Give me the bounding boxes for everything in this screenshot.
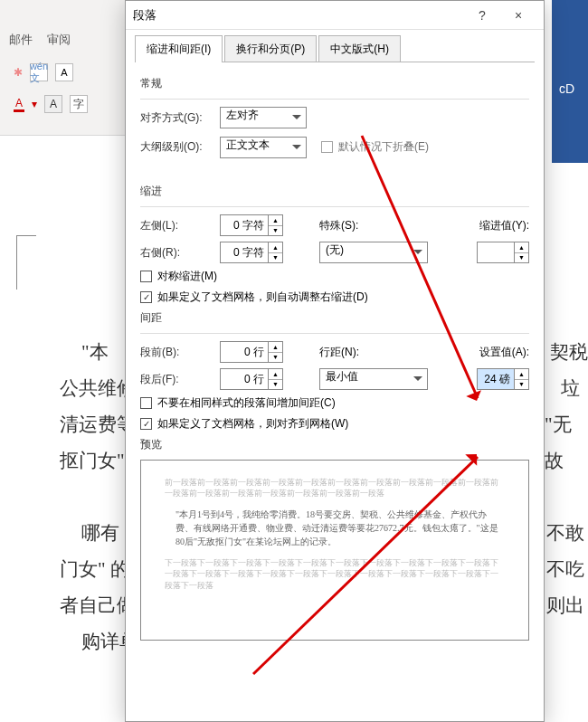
spin-up-icon[interactable]: ▲ — [269, 369, 282, 380]
character-border-icon[interactable]: A — [55, 63, 73, 81]
doc-text: 门女" 的 — [60, 552, 129, 588]
dialog-tabs: 缩进和间距(I) 换行和分页(P) 中文版式(H) — [126, 30, 544, 62]
font-color-icon[interactable]: A — [14, 97, 24, 112]
label-indent-right: 右侧(R): — [140, 245, 213, 261]
label-special: 特殊(S): — [319, 218, 375, 233]
snap-to-grid-checkbox[interactable]: ✓ — [140, 418, 152, 430]
indent-right-spinner[interactable]: ▲▼ — [220, 242, 283, 263]
collapse-default-checkbox — [321, 141, 333, 153]
preview-after-text: 下一段落下一段落下一段落下一段落下一段落下一段落下一段落下一段落下一段落下一段落… — [165, 557, 505, 590]
section-preview: 预览 — [140, 437, 529, 452]
phonetic-guide-icon[interactable]: wén文 — [30, 63, 48, 81]
at-value-input[interactable] — [478, 369, 514, 389]
doc-text: 不敢 — [546, 516, 584, 552]
enclose-char-icon[interactable]: 字 — [70, 95, 88, 113]
ribbon-tab-review[interactable]: 审阅 — [47, 33, 71, 46]
char-shading-icon[interactable]: A — [44, 95, 62, 113]
spin-up-icon[interactable]: ▲ — [269, 215, 282, 226]
doc-text: 契税 — [550, 335, 588, 371]
label-line-spacing: 行距(N): — [319, 345, 375, 360]
line-spacing-select[interactable]: 最小值 — [319, 368, 428, 390]
ruler-margin-icon — [16, 235, 36, 290]
doc-text: 抠门女" — [60, 443, 125, 480]
spin-down-icon[interactable]: ▼ — [515, 253, 528, 263]
preview-sample-text: "本月1号到4号，我纯给零消费。18号要交房、契税、公共维修基金、产权代办费、有… — [175, 508, 505, 548]
dialog-title: 段落 — [133, 7, 464, 24]
indent-right-input[interactable] — [221, 242, 268, 262]
spin-up-icon[interactable]: ▲ — [515, 369, 528, 380]
doc-text: 哪有 — [81, 516, 119, 552]
word-title-edge: cD — [552, 0, 588, 163]
spin-up-icon[interactable]: ▲ — [515, 242, 528, 253]
tab-line-page-breaks[interactable]: 换行和分页(P) — [224, 35, 317, 62]
indent-left-spinner[interactable]: ▲▼ — [220, 214, 283, 236]
preview-before-text: 前一段落前一段落前一段落前一段落前一段落前一段落前一段落前一段落前一段落前一段落… — [165, 477, 505, 499]
tab-chinese-typography[interactable]: 中文版式(H) — [318, 35, 401, 62]
outline-level-select[interactable]: 正文文本 — [220, 137, 307, 158]
ribbon-tabs: 邮件 审阅 — [9, 32, 81, 48]
space-before-input[interactable] — [221, 342, 268, 362]
section-spacing: 间距 — [140, 310, 529, 326]
indent-by-input[interactable] — [478, 242, 514, 262]
tab-indent-spacing[interactable]: 缩进和间距(I) — [135, 35, 223, 62]
mirror-indent-label: 对称缩进(M) — [157, 269, 217, 284]
section-indent: 缩进 — [140, 184, 529, 199]
right-edge-text: cD — [559, 81, 574, 96]
label-indent-left: 左侧(L): — [140, 218, 213, 233]
doc-text: 不吃 — [546, 552, 584, 588]
help-button[interactable]: ? — [464, 8, 500, 23]
doc-text: 则出 — [546, 588, 584, 624]
word-ribbon-fragment: 邮件 审阅 ✱ wén文 A A▾ A 字 — [0, 0, 127, 136]
dialog-titlebar: 段落 ? × — [126, 1, 544, 30]
doc-text: 垃 — [561, 371, 580, 407]
label-at-value: 设置值(A): — [473, 345, 529, 360]
doc-text: "本 — [81, 335, 109, 371]
space-before-spinner[interactable]: ▲▼ — [220, 341, 283, 363]
auto-adjust-indent-label: 如果定义了文档网格，则自动调整右缩进(D) — [157, 290, 368, 305]
section-general: 常规 — [140, 76, 529, 91]
paragraph-dialog: 段落 ? × 缩进和间距(I) 换行和分页(P) 中文版式(H) 常规 对齐方式… — [125, 0, 545, 722]
at-value-spinner[interactable]: ▲▼ — [477, 368, 529, 390]
spin-down-icon[interactable]: ▼ — [269, 226, 282, 236]
mirror-indent-checkbox[interactable] — [140, 271, 152, 282]
space-after-spinner[interactable]: ▲▼ — [220, 368, 283, 390]
spin-up-icon[interactable]: ▲ — [269, 242, 282, 253]
special-indent-select[interactable]: (无) — [319, 242, 428, 263]
close-button[interactable]: × — [500, 8, 536, 23]
spin-down-icon[interactable]: ▼ — [269, 253, 282, 263]
collapse-default-label: 默认情况下折叠(E) — [338, 139, 429, 155]
spin-down-icon[interactable]: ▼ — [269, 353, 282, 363]
ribbon-tab-mail[interactable]: 邮件 — [9, 33, 33, 46]
doc-text: "无故 — [545, 407, 588, 480]
spin-down-icon[interactable]: ▼ — [269, 380, 282, 390]
indent-by-spinner[interactable]: ▲▼ — [477, 242, 529, 263]
spin-down-icon[interactable]: ▼ — [515, 380, 528, 390]
label-outline-level: 大纲级别(O): — [140, 139, 213, 155]
label-space-after: 段后(F): — [140, 372, 213, 387]
label-alignment: 对齐方式(G): — [140, 110, 213, 126]
alignment-select[interactable]: 左对齐 — [220, 107, 307, 128]
label-space-before: 段前(B): — [140, 345, 213, 360]
indent-left-input[interactable] — [221, 215, 268, 235]
label-indent-by: 缩进值(Y): — [473, 218, 529, 233]
auto-adjust-indent-checkbox[interactable]: ✓ — [140, 291, 152, 303]
preview-box: 前一段落前一段落前一段落前一段落前一段落前一段落前一段落前一段落前一段落前一段落… — [140, 460, 529, 641]
eraser-icon[interactable]: ✱ — [14, 66, 23, 79]
no-space-same-style-checkbox[interactable] — [140, 397, 152, 409]
no-space-same-style-label: 不要在相同样式的段落间增加间距(C) — [157, 395, 336, 411]
snap-to-grid-label: 如果定义了文档网格，则对齐到网格(W) — [157, 416, 348, 432]
spin-up-icon[interactable]: ▲ — [269, 342, 282, 353]
space-after-input[interactable] — [221, 369, 268, 389]
